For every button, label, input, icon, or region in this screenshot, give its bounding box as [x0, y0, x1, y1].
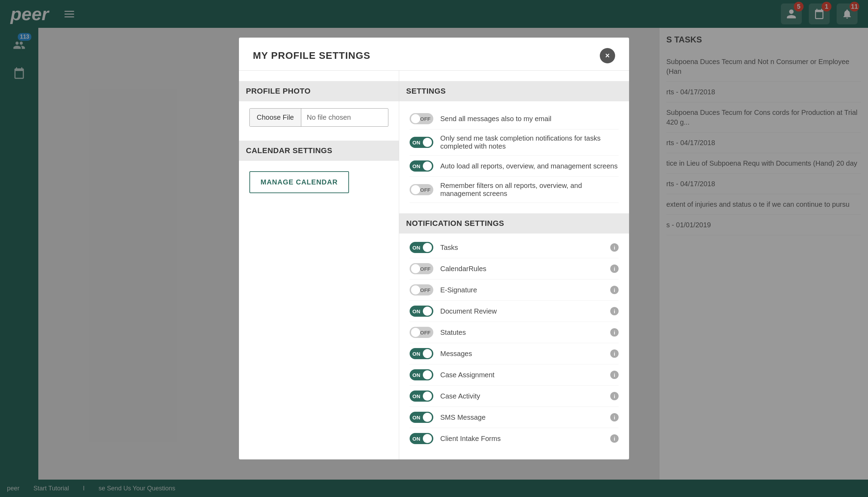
toggle-calendar-rules[interactable]: OFF	[410, 263, 433, 274]
profile-settings-modal: MY PROFILE SETTINGS × PROFILE PHOTO Choo…	[239, 38, 629, 459]
toggle-client-intake-forms-knob	[423, 434, 432, 443]
toggle-calendar-rules-knob	[411, 264, 420, 273]
toggle-task-completion-label: ON	[412, 140, 420, 145]
toggle-e-signature-label: OFF	[420, 287, 431, 293]
calendar-settings-header: CALENDAR SETTINGS	[239, 141, 399, 161]
choose-file-button[interactable]: Choose File	[250, 109, 301, 126]
toggle-client-intake-forms-label: ON	[412, 436, 420, 442]
calendar-settings-section: CALENDAR SETTINGS MANAGE CALENDAR	[249, 141, 388, 193]
notification-document-review-text: Document Review	[440, 307, 603, 315]
notification-sms-message-text: SMS Message	[440, 413, 603, 421]
toggle-case-assignment[interactable]: ON	[410, 369, 433, 380]
notification-sms-message: ON SMS Message i	[410, 407, 619, 428]
document-review-info-icon[interactable]: i	[610, 307, 619, 315]
toggle-email-messages-label: OFF	[420, 116, 431, 122]
toggle-task-completion[interactable]: ON	[410, 137, 433, 148]
toggle-tasks-knob	[423, 243, 432, 252]
file-input-row: Choose File No file chosen	[249, 108, 388, 127]
tasks-info-icon[interactable]: i	[610, 243, 619, 252]
toggle-messages[interactable]: ON	[410, 348, 433, 359]
toggle-case-activity-knob	[423, 392, 432, 401]
messages-info-icon[interactable]: i	[610, 349, 619, 358]
toggle-case-assignment-knob	[423, 370, 432, 379]
toggle-task-completion-knob	[423, 138, 432, 147]
case-activity-info-icon[interactable]: i	[610, 392, 619, 400]
toggle-e-signature[interactable]: OFF	[410, 284, 433, 295]
setting-email-messages: OFF Send all messages also to my email	[410, 108, 619, 129]
notification-tasks: ON Tasks i	[410, 237, 619, 258]
toggle-document-review-label: ON	[412, 308, 420, 314]
setting-task-completion: ON Only send me task completion notifica…	[410, 129, 619, 156]
notification-calendar-rules: OFF CalendarRules i	[410, 258, 619, 279]
modal-title: MY PROFILE SETTINGS	[253, 50, 370, 61]
toggle-messages-knob	[423, 349, 432, 358]
toggle-statutes[interactable]: OFF	[410, 327, 433, 338]
toggle-auto-load[interactable]: ON	[410, 160, 433, 172]
toggle-client-intake-forms[interactable]: ON	[410, 433, 433, 444]
modal-right-column: SETTINGS OFF Send all messages also to m…	[399, 71, 629, 459]
manage-calendar-button[interactable]: MANAGE CALENDAR	[249, 171, 349, 193]
toggle-email-messages[interactable]: OFF	[410, 113, 433, 124]
notification-messages: ON Messages i	[410, 343, 619, 364]
toggle-remember-filters-knob	[411, 185, 420, 194]
calendar-rules-info-icon[interactable]: i	[610, 265, 619, 273]
notification-client-intake-forms-text: Client Intake Forms	[440, 435, 603, 443]
toggle-statutes-label: OFF	[420, 330, 431, 336]
setting-remember-filters-text: Remember filters on all reports, overvie…	[440, 182, 619, 198]
notification-calendar-rules-text: CalendarRules	[440, 265, 603, 273]
notification-settings-header: NOTIFICATION SETTINGS	[399, 213, 629, 234]
profile-photo-section: PROFILE PHOTO Choose File No file chosen	[249, 81, 388, 127]
e-signature-info-icon[interactable]: i	[610, 286, 619, 294]
toggle-tasks[interactable]: ON	[410, 242, 433, 253]
toggle-document-review-knob	[423, 307, 432, 316]
notification-document-review: ON Document Review i	[410, 301, 619, 322]
notification-case-activity: ON Case Activity i	[410, 386, 619, 407]
toggle-sms-message[interactable]: ON	[410, 412, 433, 423]
setting-remember-filters: OFF Remember filters on all reports, ove…	[410, 177, 619, 203]
toggle-case-activity[interactable]: ON	[410, 390, 433, 402]
toggle-document-review[interactable]: ON	[410, 306, 433, 317]
toggle-auto-load-knob	[423, 161, 432, 171]
notification-e-signature: OFF E-Signature i	[410, 279, 619, 301]
toggle-sms-message-knob	[423, 413, 432, 422]
toggle-messages-label: ON	[412, 351, 420, 357]
profile-photo-section-header: PROFILE PHOTO	[239, 81, 399, 101]
toggle-case-assignment-label: ON	[412, 372, 420, 378]
notification-case-assignment: ON Case Assignment i	[410, 364, 619, 386]
toggle-email-messages-knob	[411, 114, 420, 123]
modal-left-column: PROFILE PHOTO Choose File No file chosen…	[239, 71, 399, 459]
notification-case-activity-text: Case Activity	[440, 392, 603, 400]
setting-task-completion-text: Only send me task completion notificatio…	[440, 134, 619, 150]
toggle-sms-message-label: ON	[412, 415, 420, 420]
notification-messages-text: Messages	[440, 350, 603, 358]
notification-tasks-text: Tasks	[440, 244, 603, 252]
notification-client-intake-forms: ON Client Intake Forms i	[410, 428, 619, 449]
toggle-remember-filters-label: OFF	[420, 187, 431, 193]
modal-body: PROFILE PHOTO Choose File No file chosen…	[239, 71, 629, 459]
toggle-tasks-label: ON	[412, 245, 420, 251]
notification-statutes: OFF Statutes i	[410, 322, 619, 343]
toggle-e-signature-knob	[411, 285, 420, 294]
case-assignment-info-icon[interactable]: i	[610, 371, 619, 379]
notification-case-assignment-text: Case Assignment	[440, 371, 603, 379]
setting-auto-load-text: Auto load all reports, overview, and man…	[440, 162, 619, 170]
notification-statutes-text: Statutes	[440, 329, 603, 337]
setting-auto-load: ON Auto load all reports, overview, and …	[410, 156, 619, 177]
modal-header: MY PROFILE SETTINGS ×	[239, 38, 629, 71]
client-intake-forms-info-icon[interactable]: i	[610, 434, 619, 443]
toggle-calendar-rules-label: OFF	[420, 266, 431, 272]
toggle-remember-filters[interactable]: OFF	[410, 184, 433, 195]
toggle-statutes-knob	[411, 328, 420, 337]
settings-section-header: SETTINGS	[399, 81, 629, 101]
sms-message-info-icon[interactable]: i	[610, 413, 619, 421]
toggle-auto-load-label: ON	[412, 163, 420, 169]
modal-close-button[interactable]: ×	[600, 48, 615, 63]
toggle-case-activity-label: ON	[412, 393, 420, 399]
setting-email-messages-text: Send all messages also to my email	[440, 115, 619, 123]
statutes-info-icon[interactable]: i	[610, 328, 619, 337]
file-name-display: No file chosen	[301, 109, 388, 126]
notification-e-signature-text: E-Signature	[440, 286, 603, 294]
